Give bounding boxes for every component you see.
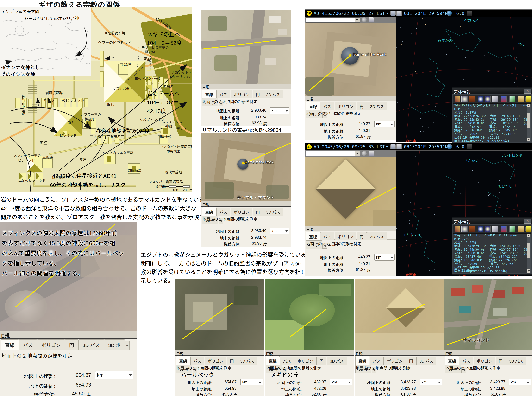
tab-3dpath[interactable]: 3D パス xyxy=(237,356,257,365)
ruler-window-titlebar[interactable]: E規 xyxy=(305,95,396,101)
globe-icon[interactable] xyxy=(447,11,452,16)
scroll-up-icon[interactable] xyxy=(527,104,530,107)
tab-polygon[interactable]: ポリゴン xyxy=(384,356,406,365)
monitor-clock-icon[interactable] xyxy=(396,144,402,149)
ruler-window-titlebar[interactable]: E規 xyxy=(355,350,444,355)
chevron-down-icon[interactable] xyxy=(386,13,388,14)
sphinx-satellite-view[interactable]: スフィンクスの隣の太陽の祭壇は12660年前 を表すだけでなく45.5度の神殿に… xyxy=(0,222,137,331)
star-info-titlebar[interactable]: 天体情報✕ xyxy=(452,218,532,224)
tab-line[interactable]: 直線 xyxy=(266,356,280,365)
tab-3dpoly[interactable]: 3D ポ xyxy=(104,339,125,350)
placemark-pin[interactable] xyxy=(242,162,244,164)
tab-circle[interactable]: 円 xyxy=(406,356,416,365)
tab-line[interactable]: 直線 xyxy=(355,356,369,365)
tab-polygon[interactable]: ポリゴン xyxy=(335,102,356,110)
tab-line[interactable]: 直線 xyxy=(202,207,216,216)
tab-polygon[interactable]: ポリゴン xyxy=(37,339,65,350)
magnitude-display[interactable]: 6.0 xyxy=(456,11,464,16)
megiddo-satellite-view[interactable] xyxy=(265,279,354,350)
telescope-icon[interactable] xyxy=(492,96,498,102)
unit-dropdown[interactable]: km xyxy=(509,379,531,385)
tab-circle[interactable]: 円 xyxy=(253,90,263,98)
tab-polygon[interactable]: ポリゴン xyxy=(474,356,495,365)
tab-circle[interactable]: 円 xyxy=(253,208,263,216)
clock-icon[interactable] xyxy=(390,144,396,149)
tab-3dpath[interactable]: 3D パス xyxy=(367,102,387,110)
clock-icon[interactable] xyxy=(390,11,396,16)
tab-polygon[interactable]: ポリゴン xyxy=(231,208,252,216)
coordinates-display[interactable]: 031°20'E 29°59'N xyxy=(404,11,448,16)
catalog-book-icon[interactable] xyxy=(469,226,475,232)
tab-3dpath[interactable]: 3D パス xyxy=(263,208,283,216)
baalbek-satellite-view[interactable] xyxy=(175,279,264,350)
datetime-display[interactable]: AD 2045/06/26 09:25:33 LST xyxy=(314,144,385,150)
stars-lock-icon[interactable] xyxy=(485,96,491,102)
tab-circle[interactable]: 円 xyxy=(496,356,506,365)
tab-path[interactable]: パス xyxy=(216,90,230,98)
tab-line[interactable]: 直線 xyxy=(306,102,320,110)
tab-line[interactable]: 直線 xyxy=(1,339,19,350)
unit-dropdown[interactable]: km xyxy=(420,379,442,385)
tab-circle[interactable]: 円 xyxy=(316,356,326,365)
tab-circle[interactable]: 円 xyxy=(357,232,367,240)
tab-3dpath[interactable]: 3D パス xyxy=(416,356,436,365)
tab-line[interactable]: 直線 xyxy=(202,90,216,98)
help-icon[interactable] xyxy=(525,226,531,232)
placemark-pin[interactable] xyxy=(349,54,351,57)
notes-icon[interactable] xyxy=(518,226,524,232)
scrollbar[interactable] xyxy=(527,104,531,142)
giza-tile-satellite-view[interactable] xyxy=(355,279,444,350)
unit-dropdown[interactable]: km xyxy=(330,379,352,385)
help-icon[interactable] xyxy=(525,96,531,102)
unit-dropdown[interactable]: km xyxy=(374,254,395,261)
stars-icon[interactable] xyxy=(478,96,483,102)
search-combobox[interactable] xyxy=(306,151,355,156)
dome-of-rock-closeup-view[interactable]: Dome of the Rock xyxy=(305,23,396,95)
tab-3dpath[interactable]: 3D パス xyxy=(367,232,387,240)
unit-dropdown[interactable]: km xyxy=(95,371,133,379)
deselect-icon[interactable] xyxy=(455,226,460,232)
panel-icon[interactable] xyxy=(467,11,472,16)
notes-icon[interactable] xyxy=(518,96,524,102)
unit-dropdown[interactable]: km xyxy=(270,107,289,114)
print-icon[interactable] xyxy=(369,151,374,156)
coordinates-display[interactable]: 031°20'E 29°59'N xyxy=(404,144,448,150)
star-info-titlebar[interactable]: 天体情報✕ xyxy=(452,88,532,94)
deselect-icon[interactable] xyxy=(455,96,460,102)
render-icon[interactable] xyxy=(362,151,366,156)
tab-3dpath[interactable]: 3D パス xyxy=(327,356,347,365)
tab-scroll-left[interactable]: ◀ xyxy=(125,341,130,350)
close-icon[interactable]: ✕ xyxy=(524,89,531,93)
tab-line[interactable]: 直線 xyxy=(176,356,190,365)
tab-circle[interactable]: 円 xyxy=(65,339,78,350)
globe-icon[interactable] xyxy=(447,144,452,149)
ruler-window-titlebar[interactable]: E規 xyxy=(201,201,291,207)
panel-icon[interactable] xyxy=(467,144,472,149)
monitor-clock-icon[interactable] xyxy=(396,11,402,16)
dome-of-rock-satellite-view[interactable]: Dome of the Rock テンプル・マウント xyxy=(201,133,291,201)
stars-icon[interactable] xyxy=(478,226,483,232)
tab-path[interactable]: パス xyxy=(216,208,230,216)
ruler-window-titlebar[interactable]: E規 xyxy=(176,350,264,355)
tab-path[interactable]: パス xyxy=(459,356,473,365)
combo-dropdown-button[interactable] xyxy=(355,151,360,156)
search-combobox[interactable] xyxy=(306,17,355,23)
tab-polygon[interactable]: ポリゴン xyxy=(205,356,226,365)
pencil-icon[interactable] xyxy=(509,96,515,102)
ruler-window-titlebar[interactable]: E規 xyxy=(265,350,354,355)
catalog-book-icon[interactable] xyxy=(469,96,475,102)
tab-line[interactable]: 直線 xyxy=(306,232,320,240)
center-target-icon[interactable] xyxy=(462,96,468,102)
tab-polygon[interactable]: ポリゴン xyxy=(231,90,252,98)
tab-3dpath[interactable]: 3D パス xyxy=(78,339,104,350)
scroll-thumb[interactable] xyxy=(527,113,530,128)
render-icon[interactable] xyxy=(362,17,366,22)
tab-path[interactable]: パス xyxy=(320,232,334,240)
scrollbar[interactable] xyxy=(527,233,531,273)
tab-path[interactable]: パス xyxy=(19,339,37,350)
combo-dropdown-button[interactable] xyxy=(355,17,360,23)
tab-path[interactable]: パス xyxy=(320,102,334,110)
samarkand-satellite-view[interactable]: サマルカンド xyxy=(444,279,532,350)
datetime-display[interactable]: AD 4153/06/22 06:39:27 LST xyxy=(314,11,385,16)
ruler-window-titlebar[interactable]: E規 xyxy=(305,226,396,231)
